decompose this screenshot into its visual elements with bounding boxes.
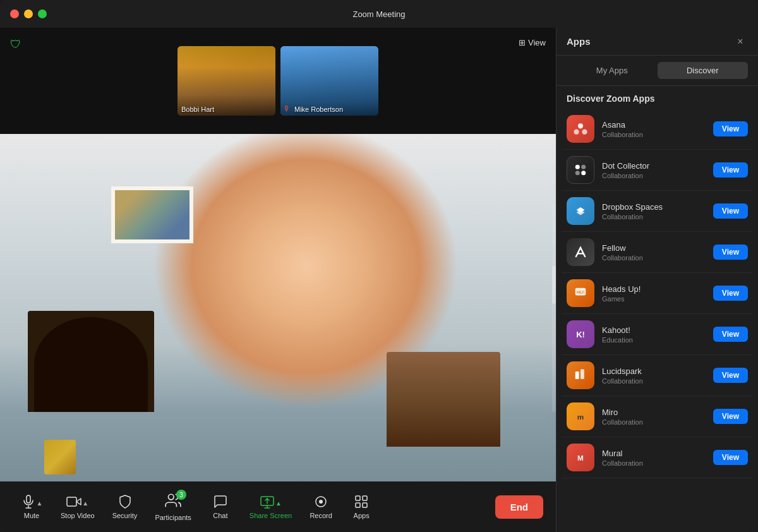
security-label: Security bbox=[112, 512, 138, 519]
app-icon-dropbox bbox=[567, 197, 594, 225]
app-icon-asana bbox=[567, 115, 594, 143]
pencil-cup bbox=[44, 440, 76, 475]
svg-point-5 bbox=[169, 494, 174, 500]
participants-label: Participants bbox=[155, 514, 191, 521]
app-category: Collaboration bbox=[602, 377, 706, 385]
security-button[interactable]: Security bbox=[105, 492, 145, 522]
svg-rect-27 bbox=[575, 372, 579, 379]
maximize-button[interactable] bbox=[38, 9, 47, 18]
record-icon bbox=[313, 494, 328, 509]
scrollbar-thumb[interactable] bbox=[552, 266, 556, 304]
apps-button[interactable]: Apps bbox=[342, 492, 380, 522]
view-app-button-heads-up![interactable]: View bbox=[713, 286, 748, 301]
app-name: Lucidspark bbox=[602, 366, 706, 376]
record-label: Record bbox=[310, 512, 332, 519]
share-arrow[interactable]: ▲ bbox=[275, 500, 282, 507]
svg-point-21 bbox=[575, 171, 580, 175]
apps-label: Apps bbox=[354, 512, 370, 519]
app-category: Collaboration bbox=[602, 213, 706, 221]
apps-panel-close[interactable]: × bbox=[733, 34, 748, 49]
app-name: Dot Collector bbox=[602, 161, 706, 171]
app-info: LucidsparkCollaboration bbox=[602, 366, 706, 385]
view-app-button-lucidspark[interactable]: View bbox=[713, 368, 748, 383]
view-app-button-miro[interactable]: View bbox=[713, 409, 748, 424]
svg-point-11 bbox=[319, 500, 323, 504]
svg-marker-3 bbox=[76, 499, 81, 505]
apps-panel-title: Apps bbox=[567, 36, 591, 47]
svg-rect-12 bbox=[356, 496, 360, 500]
end-meeting-button[interactable]: End bbox=[495, 495, 543, 519]
share-screen-label: Share Screen bbox=[250, 512, 292, 519]
view-app-button-dropbox-spaces[interactable]: View bbox=[713, 203, 748, 219]
app-icon-dot bbox=[567, 156, 594, 184]
traffic-lights bbox=[10, 9, 47, 18]
app-category: Education bbox=[602, 336, 706, 344]
svg-rect-0 bbox=[27, 495, 30, 503]
video-arrow[interactable]: ▲ bbox=[82, 500, 88, 507]
scrollbar-track bbox=[552, 203, 556, 412]
svg-rect-28 bbox=[581, 370, 584, 379]
tab-discover[interactable]: Discover bbox=[658, 62, 749, 79]
app-info: MuralCollaboration bbox=[602, 449, 706, 467]
close-button[interactable] bbox=[10, 9, 19, 18]
mute-button[interactable]: ▲ Mute bbox=[13, 492, 51, 522]
thumbnail-bobbi[interactable]: Bobbi Hart bbox=[177, 46, 275, 116]
app-info: Dot CollectorCollaboration bbox=[602, 161, 706, 179]
window-title: Zoom Meeting bbox=[352, 9, 405, 19]
dresser-decoration bbox=[387, 352, 500, 447]
app-name: Dropbox Spaces bbox=[602, 202, 706, 212]
app-category: Collaboration bbox=[602, 418, 706, 426]
share-screen-icon bbox=[260, 494, 275, 509]
chat-label: Chat bbox=[213, 512, 227, 519]
app-name: Mural bbox=[602, 449, 706, 458]
svg-rect-14 bbox=[356, 503, 360, 507]
discover-heading: Discover Zoom Apps bbox=[556, 86, 758, 109]
svg-point-18 bbox=[582, 130, 587, 135]
thumbnails-container: Bobbi Hart 🎙 Mike Robertson bbox=[177, 46, 378, 116]
app-item: Dropbox SpacesCollaborationView bbox=[562, 191, 753, 232]
mute-arrow[interactable]: ▲ bbox=[37, 500, 43, 507]
svg-point-19 bbox=[575, 165, 580, 169]
svg-point-16 bbox=[578, 123, 583, 128]
app-item: FellowCollaborationView bbox=[562, 232, 753, 273]
app-item: mMiroCollaborationView bbox=[562, 396, 753, 437]
app-name: Heads Up! bbox=[602, 284, 706, 294]
participants-count-badge: 3 bbox=[176, 490, 186, 500]
app-item: HU!Heads Up!GamesView bbox=[562, 273, 753, 314]
app-item: K!Kahoot!EducationView bbox=[562, 314, 753, 355]
main-video bbox=[0, 134, 556, 481]
app-icon-kahoot: K! bbox=[567, 320, 594, 348]
view-app-button-kahoot![interactable]: View bbox=[713, 327, 748, 342]
svg-text:HU!: HU! bbox=[577, 290, 585, 295]
microphone-icon bbox=[21, 494, 36, 509]
svg-point-22 bbox=[581, 171, 586, 175]
app-name: Miro bbox=[602, 408, 706, 417]
svg-rect-15 bbox=[363, 503, 367, 507]
view-button[interactable]: ⊞ View bbox=[519, 38, 546, 47]
thumbnail-mike[interactable]: 🎙 Mike Robertson bbox=[280, 46, 378, 116]
thumbnail-name-mike: Mike Robertson bbox=[294, 106, 343, 113]
app-category: Games bbox=[602, 295, 706, 303]
apps-icon bbox=[354, 494, 369, 509]
record-button[interactable]: Record bbox=[302, 492, 340, 522]
minimize-button[interactable] bbox=[24, 9, 33, 18]
app-info: AsanaCollaboration bbox=[602, 120, 706, 138]
video-area: 🛡 Bobbi Hart 🎙 Mike Robertson ⊞ View bbox=[0, 28, 556, 532]
stop-video-button[interactable]: ▲ Stop Video bbox=[53, 492, 102, 522]
svg-point-20 bbox=[581, 165, 586, 169]
app-name: Asana bbox=[602, 120, 706, 130]
view-app-button-dot-collector[interactable]: View bbox=[713, 162, 748, 178]
view-app-button-mural[interactable]: View bbox=[713, 450, 748, 465]
share-screen-button[interactable]: ▲ Share Screen bbox=[242, 492, 299, 522]
chat-button[interactable]: Chat bbox=[202, 492, 239, 522]
stop-video-label: Stop Video bbox=[61, 512, 95, 519]
view-app-button-fellow[interactable]: View bbox=[713, 245, 748, 260]
tab-my-apps[interactable]: My Apps bbox=[567, 62, 658, 79]
security-badge: 🛡 bbox=[10, 38, 21, 51]
mute-icon-mike: 🎙 bbox=[283, 104, 291, 113]
mute-label: Mute bbox=[24, 512, 39, 519]
participants-button[interactable]: 3 Participants bbox=[147, 490, 198, 524]
view-app-button-asana[interactable]: View bbox=[713, 121, 748, 136]
svg-text:M: M bbox=[577, 454, 584, 462]
app-category: Collaboration bbox=[602, 459, 706, 467]
